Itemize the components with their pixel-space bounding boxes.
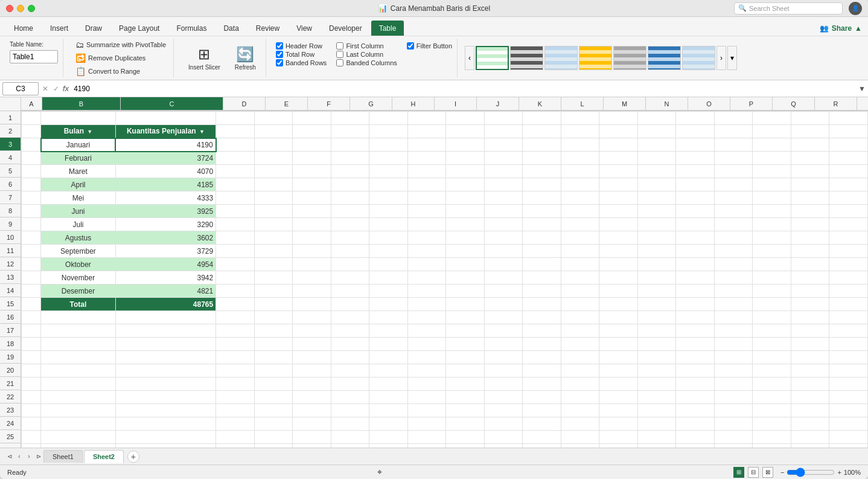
row-11[interactable]: 11	[0, 244, 21, 257]
col-header-d[interactable]: D	[223, 97, 266, 111]
col-header-q[interactable]: Q	[773, 97, 815, 111]
row-18[interactable]: 18	[0, 337, 21, 350]
cell-c4[interactable]: 3724	[115, 152, 216, 165]
table-style-blue-2[interactable]	[682, 46, 715, 70]
table-style-gray[interactable]	[613, 46, 646, 70]
row-19[interactable]: 19	[0, 350, 21, 364]
last-column-checkbox[interactable]	[336, 51, 343, 58]
cell-l1[interactable]	[523, 112, 561, 125]
tab-developer[interactable]: Developer	[321, 21, 370, 36]
cell-a1[interactable]	[22, 112, 41, 125]
cell-b11[interactable]: September	[41, 245, 115, 258]
traffic-lights[interactable]	[6, 5, 35, 12]
filter-button-checkbox[interactable]	[407, 42, 414, 50]
col-header-r[interactable]: R	[815, 97, 857, 111]
row-14[interactable]: 14	[0, 284, 21, 297]
col-header-l[interactable]: L	[561, 97, 604, 111]
row-25[interactable]: 25	[0, 430, 21, 443]
tab-review[interactable]: Review	[248, 21, 287, 36]
zoom-slider[interactable]	[787, 468, 835, 477]
close-button[interactable]	[6, 5, 13, 12]
remove-duplicates-button[interactable]: 🔂 Remove Duplicates	[73, 52, 148, 64]
col-header-h[interactable]: H	[392, 97, 435, 111]
table-style-green-light[interactable]	[476, 46, 509, 70]
cell-g2[interactable]	[331, 125, 369, 138]
tab-insert[interactable]: Insert	[42, 21, 76, 36]
cell-f2[interactable]	[293, 125, 331, 138]
col-header-a[interactable]: A	[21, 97, 42, 111]
page-layout-view-button[interactable]: ⊟	[748, 467, 759, 478]
col-header-i[interactable]: I	[435, 97, 477, 111]
cell-r3[interactable]	[753, 138, 791, 152]
row-23[interactable]: 23	[0, 403, 21, 417]
row-10[interactable]: 10	[0, 231, 21, 244]
style-scroll-left[interactable]: ‹	[465, 46, 474, 70]
formula-input[interactable]	[71, 85, 856, 93]
cell-c13[interactable]: 3942	[115, 271, 216, 285]
cell-a2[interactable]	[22, 125, 41, 138]
cell-q1[interactable]	[714, 112, 753, 125]
cell-s2[interactable]	[791, 125, 829, 138]
cell-k1[interactable]	[484, 112, 523, 125]
table-style-blue-light[interactable]	[544, 46, 578, 70]
tab-page-layout[interactable]: Page Layout	[111, 21, 167, 36]
cell-b5[interactable]: Maret	[41, 165, 115, 178]
sheet-nav-first[interactable]: ⊲	[5, 452, 14, 461]
cell-e3[interactable]	[254, 138, 293, 152]
sheet-nav-last[interactable]: ⊳	[34, 452, 43, 461]
cell-p2[interactable]	[676, 125, 715, 138]
cell-b3[interactable]: Januari	[41, 138, 115, 152]
cell-b8[interactable]: Juni	[41, 205, 115, 218]
cell-r1[interactable]	[753, 112, 791, 125]
cell-k3[interactable]	[484, 138, 523, 152]
cell-h2[interactable]	[369, 125, 408, 138]
cell-e1[interactable]	[254, 112, 293, 125]
table-style-orange[interactable]	[579, 46, 612, 70]
col-header-b[interactable]: B	[42, 97, 121, 111]
row-22[interactable]: 22	[0, 390, 21, 403]
tab-table[interactable]: Table	[371, 21, 404, 36]
table-style-blue-dark[interactable]	[648, 46, 681, 70]
sheet-tab-sheet1[interactable]: Sheet1	[43, 450, 83, 463]
cell-p3[interactable]	[676, 138, 715, 152]
cell-b10[interactable]: Agustus	[41, 231, 115, 245]
header-dropdown-arrow-2[interactable]: ▼	[199, 129, 205, 135]
cell-a3[interactable]	[22, 138, 41, 152]
cell-m1[interactable]	[561, 112, 599, 125]
col-header-g[interactable]: G	[350, 97, 392, 111]
style-dropdown[interactable]: ▾	[727, 46, 737, 70]
insert-slicer-button[interactable]: ⊞ Insert Slicer	[183, 43, 225, 73]
cell-b9[interactable]: Juli	[41, 218, 115, 231]
cell-n3[interactable]	[599, 138, 638, 152]
cell-reference-input[interactable]	[2, 82, 39, 95]
cell-n1[interactable]	[599, 112, 638, 125]
row-5[interactable]: 5	[0, 164, 21, 178]
first-column-checkbox[interactable]	[336, 42, 343, 50]
tab-view[interactable]: View	[289, 21, 320, 36]
cell-c14[interactable]: 4821	[115, 285, 216, 298]
col-header-p[interactable]: P	[730, 97, 773, 111]
total-row-option[interactable]: Total Row	[276, 51, 327, 58]
cell-r2[interactable]	[753, 125, 791, 138]
cell-e2[interactable]	[254, 125, 293, 138]
cell-c3[interactable]: 4190	[115, 138, 216, 152]
page-break-view-button[interactable]: ⊠	[762, 467, 773, 478]
header-dropdown-arrow[interactable]: ▼	[87, 129, 92, 135]
col-header-j[interactable]: J	[477, 97, 519, 111]
cell-j3[interactable]	[446, 138, 485, 152]
cell-c9[interactable]: 3290	[115, 218, 216, 231]
sheet-nav-prev[interactable]: ‹	[14, 452, 24, 461]
cell-t3[interactable]	[829, 138, 868, 152]
cell-o3[interactable]	[637, 138, 676, 152]
col-header-f[interactable]: F	[308, 97, 350, 111]
cell-c11[interactable]: 3729	[115, 245, 216, 258]
cell-m2[interactable]	[561, 125, 599, 138]
row-13[interactable]: 13	[0, 271, 21, 284]
total-row-checkbox[interactable]	[276, 51, 283, 58]
banded-columns-option[interactable]: Banded Columns	[336, 59, 397, 66]
table-name-input[interactable]	[10, 50, 58, 63]
cell-l3[interactable]	[523, 138, 561, 152]
cell-b7[interactable]: Mei	[41, 191, 115, 205]
row-20[interactable]: 20	[0, 364, 21, 377]
tab-draw[interactable]: Draw	[77, 21, 110, 36]
